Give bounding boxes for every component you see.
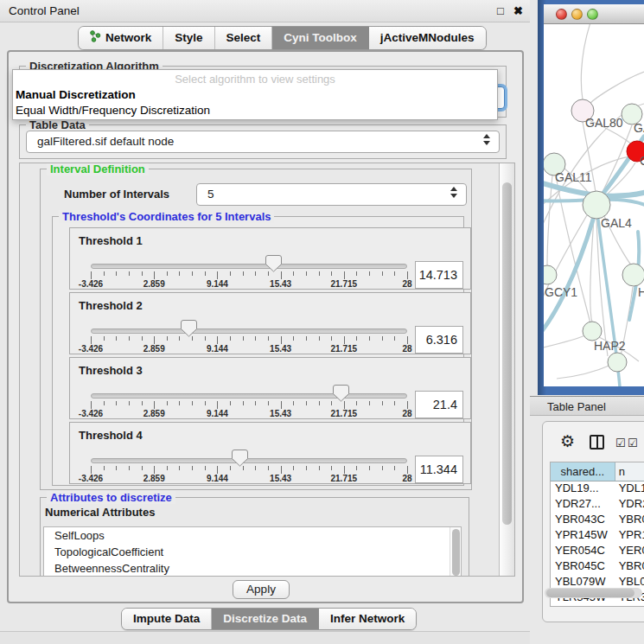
threshold-2-slider-thumb[interactable]	[181, 320, 197, 337]
threshold-4-slider-thumb[interactable]	[232, 450, 248, 467]
list-scrollbar-thumb[interactable]	[452, 529, 460, 576]
close-traffic-light[interactable]	[556, 9, 567, 20]
network-node-label: HAP2	[594, 339, 626, 353]
threshold-4-slider-track[interactable]	[91, 458, 407, 463]
tab-cyni-toolbox[interactable]: Cyni Toolbox	[272, 27, 369, 49]
table-row[interactable]: YIL052CYIL0	[551, 606, 644, 607]
tab-select[interactable]: Select	[215, 27, 273, 49]
threshold-4-value-field[interactable]: 11.344	[415, 456, 463, 483]
tick	[319, 336, 320, 341]
algorithm-option-manual[interactable]: Manual Discretization	[16, 88, 136, 101]
table-data-combobox[interactable]: galFiltered.sif default node	[26, 131, 500, 153]
threshold-2-value-field[interactable]: 6.316	[415, 326, 463, 354]
bottom-strip	[0, 632, 530, 644]
network-nodes[interactable]: GAL80GACGAL11GAL4GCY1HHAP2	[544, 99, 644, 372]
table-cell[interactable]: YDL19...	[551, 481, 615, 497]
tick	[154, 271, 155, 279]
table-cell[interactable]: YPR145W	[551, 528, 615, 544]
table-cell[interactable]: YPR1	[615, 528, 644, 544]
tab-jactivemnodules[interactable]: jActiveMNodules	[369, 27, 486, 49]
tab-infer-network[interactable]: Infer Network	[319, 609, 416, 629]
tick-label: -3.426	[79, 344, 103, 354]
horizontal-scrollbar[interactable]	[545, 588, 642, 598]
threshold-1-slider-thumb[interactable]	[265, 255, 282, 272]
tick	[142, 271, 143, 276]
split-view-icon[interactable]	[590, 435, 604, 450]
numerical-attributes-list[interactable]: SelfLoopsTopologicalCoefficientBetweenne…	[43, 526, 462, 577]
vertical-scrollbar-thumb[interactable]	[502, 182, 512, 525]
minimize-traffic-light[interactable]	[571, 9, 583, 20]
number-of-intervals-spinner[interactable]: 5	[196, 183, 467, 206]
float-window-icon[interactable]: □	[497, 4, 504, 17]
top-tab-row: Network Style Select Cyni Toolbox jActiv…	[0, 23, 530, 50]
network-window-titlebar[interactable]	[544, 4, 644, 24]
tick-label: 15.43	[270, 279, 291, 289]
threshold-3-slider-thumb[interactable]	[333, 385, 349, 402]
horizontal-scrollbar-thumb[interactable]	[546, 589, 634, 597]
table-cell[interactable]: YIL052C	[551, 606, 615, 607]
column-header-name[interactable]: n	[615, 462, 644, 481]
tick	[268, 271, 269, 276]
tick	[268, 336, 269, 341]
threshold-1-value-field[interactable]: 14.713	[415, 261, 463, 289]
threshold-2-slider-track[interactable]	[91, 328, 407, 334]
table-cell[interactable]: YER054C	[551, 544, 615, 559]
network-node[interactable]	[583, 191, 610, 219]
table-cell[interactable]: YBR043C	[551, 513, 615, 528]
tab-network[interactable]: Network	[79, 27, 163, 49]
algorithm-option-equal-width[interactable]: Equal Width/Frequency Discretization	[16, 104, 210, 117]
column-header-shared-name[interactable]: shared...	[551, 462, 615, 481]
tab-select-label: Select	[226, 31, 261, 44]
table-cell[interactable]: YER0	[615, 544, 644, 559]
table-row[interactable]: YDR27...YDR2	[551, 497, 644, 513]
table-cell[interactable]: YDR27...	[551, 497, 615, 513]
apply-button[interactable]: Apply	[233, 580, 290, 599]
attributes-group-title: Attributes to discretize	[47, 491, 175, 504]
attribute-item[interactable]: TopologicalCoefficient	[44, 544, 449, 560]
threshold-3-slider-track[interactable]	[91, 393, 407, 399]
control-panel-titlebar: Control Panel □ ✖	[0, 0, 530, 22]
node-table[interactable]: shared... n YDL19...YDL1YDR27...YDR2YBR0…	[550, 462, 644, 607]
tick	[407, 466, 408, 474]
table-cell[interactable]: YIL0	[615, 606, 644, 607]
table-row[interactable]: YBR043CYBR0	[551, 513, 644, 528]
table-row[interactable]: YDL19...YDL1	[551, 481, 644, 497]
network-node[interactable]	[583, 322, 602, 341]
checkbox-icon[interactable]: ☑	[628, 437, 638, 450]
tick	[243, 271, 244, 276]
threshold-1-slider-track[interactable]	[91, 264, 407, 269]
network-view[interactable]: GAL80GACGAL11GAL4GCY1HHAP2	[544, 24, 644, 386]
gear-icon[interactable]: ⚙	[560, 431, 575, 451]
network-node[interactable]	[622, 264, 644, 286]
table-cell[interactable]: YDL1	[615, 481, 644, 497]
checkbox-icon[interactable]: ☑	[615, 437, 626, 450]
zoom-traffic-light[interactable]	[587, 9, 598, 20]
tab-impute-data[interactable]: Impute Data	[122, 609, 212, 629]
table-row[interactable]: YPR145WYPR1	[551, 528, 644, 544]
attribute-item[interactable]: BetweennessCentrality	[44, 560, 449, 577]
tick	[129, 401, 130, 405]
tick	[116, 401, 117, 405]
tab-discretize-data[interactable]: Discretize Data	[212, 609, 319, 629]
table-cell[interactable]: YBR045C	[551, 559, 615, 575]
network-window[interactable]: GAL80GACGAL11GAL4GCY1HHAP2	[538, 0, 644, 395]
attribute-item[interactable]: SelfLoops	[44, 527, 449, 544]
vertical-scrollbar[interactable]	[499, 163, 514, 576]
table-cell[interactable]: YBR0	[615, 513, 644, 528]
close-icon[interactable]: ✖	[513, 4, 523, 17]
tick	[382, 401, 383, 405]
network-node[interactable]	[608, 353, 627, 372]
tick	[331, 401, 332, 405]
list-scrollbar[interactable]	[450, 527, 461, 577]
tick	[154, 466, 155, 474]
tick	[104, 271, 105, 276]
network-node[interactable]	[544, 265, 557, 284]
tab-style[interactable]: Style	[163, 27, 214, 49]
tick	[192, 401, 193, 405]
threshold-3-value-field[interactable]: 21.4	[415, 391, 463, 418]
table-row[interactable]: YBR045CYBR0	[551, 559, 644, 575]
tick-label: 2.859	[143, 279, 165, 289]
table-cell[interactable]: YBR0	[615, 559, 644, 575]
table-row[interactable]: YER054CYER0	[551, 544, 644, 559]
table-cell[interactable]: YDR2	[615, 497, 644, 513]
